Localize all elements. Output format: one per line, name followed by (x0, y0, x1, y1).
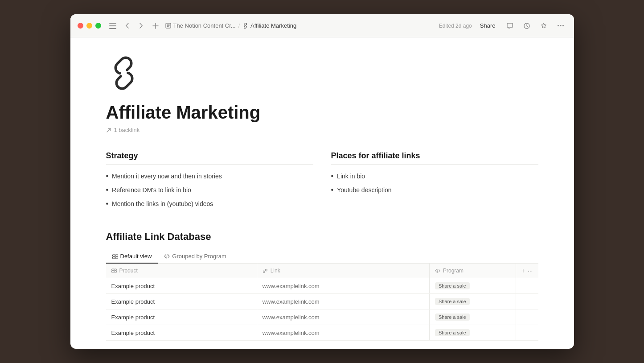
list-item: Reference DM's to link in bio (106, 186, 313, 195)
svg-rect-8 (112, 255, 115, 256)
svg-rect-0 (109, 23, 116, 24)
places-list: Link in bio Youtube description (331, 172, 538, 195)
share-button[interactable]: Share (476, 21, 499, 31)
cell-actions (516, 309, 538, 325)
th-actions: + ··· (516, 264, 538, 278)
svg-rect-13 (111, 271, 114, 273)
strategy-list: Mention it every now and then in stories… (106, 172, 313, 209)
table-row: Example product www.examplelink.com Shar… (106, 309, 538, 325)
cell-actions (516, 294, 538, 309)
list-item-text: Mention it every now and then in stories (112, 172, 222, 181)
list-item-text: Reference DM's to link in bio (112, 186, 191, 195)
cell-product: Example product (106, 294, 257, 309)
list-item: Link in bio (331, 172, 538, 181)
page-icon (165, 23, 171, 29)
svg-rect-15 (114, 271, 116, 273)
edited-label: Edited 2d ago (439, 23, 472, 29)
link-value: www.examplelink.com (263, 283, 320, 289)
link-value: www.examplelink.com (263, 298, 320, 305)
strategy-places-section: Strategy Mention it every now and then i… (106, 151, 538, 213)
cell-program: Share a sale (429, 278, 516, 294)
list-item-text: Youtube description (337, 186, 391, 195)
cell-product: Example product (106, 278, 257, 294)
backlink-icon (106, 128, 111, 133)
table-row: Example product www.examplelink.com Shar… (106, 325, 538, 341)
list-item: Youtube description (331, 186, 538, 195)
svg-rect-2 (109, 28, 116, 29)
cell-link: www.examplelink.com (257, 294, 429, 309)
sidebar-toggle-icon[interactable] (108, 21, 117, 30)
back-icon[interactable] (123, 21, 131, 30)
cell-program: Share a sale (429, 309, 516, 325)
comment-icon[interactable] (504, 20, 516, 32)
page-title: Affiliate Marketing (106, 102, 538, 123)
more-icon[interactable] (554, 20, 567, 32)
maximize-button[interactable] (95, 23, 101, 29)
cell-link: www.examplelink.com (257, 325, 429, 341)
th-product: Product (106, 264, 257, 278)
code-icon-th (435, 268, 440, 273)
cell-product: Example product (106, 325, 257, 341)
list-item-text: Mention the links in (youtube) videos (112, 199, 213, 209)
svg-rect-11 (115, 257, 118, 259)
th-program-label: Program (443, 268, 464, 274)
breadcrumb-current-item[interactable]: Affiliate Marketing (242, 22, 296, 29)
cell-actions (516, 278, 538, 294)
page-chain-icon (106, 55, 142, 91)
link-icon-breadcrumb (242, 23, 248, 29)
link-icon-th (263, 268, 268, 273)
table-row: Example product www.examplelink.com Shar… (106, 294, 538, 309)
cell-program: Share a sale (429, 325, 516, 341)
program-badge: Share a sale (435, 298, 470, 305)
list-item-text: Link in bio (337, 172, 365, 181)
list-item: Mention it every now and then in stories (106, 172, 313, 181)
favorite-icon[interactable] (537, 20, 550, 32)
more-columns-icon[interactable]: ··· (528, 267, 533, 274)
cell-product: Example product (106, 309, 257, 325)
forward-icon[interactable] (137, 21, 146, 30)
th-link: Link (257, 264, 429, 278)
breadcrumb-current-label: Affiliate Marketing (250, 22, 296, 29)
breadcrumb: The Notion Content Cr... / Affiliate Mar… (165, 22, 297, 29)
titlebar-actions: Edited 2d ago Share (439, 20, 567, 32)
view-tabs: Default view Grouped by Program (106, 250, 538, 264)
database-title: Affiliate Link Database (106, 231, 538, 243)
program-badge: Share a sale (435, 282, 470, 289)
svg-point-5 (558, 25, 559, 26)
cell-link: www.examplelink.com (257, 309, 429, 325)
th-product-label: Product (119, 268, 138, 274)
strategy-column: Strategy Mention it every now and then i… (106, 151, 313, 213)
svg-rect-1 (109, 25, 116, 26)
breadcrumb-parent-item[interactable]: The Notion Content Cr... (165, 22, 236, 29)
tab-grouped-view[interactable]: Grouped by Program (158, 250, 232, 264)
table-view-icon (112, 253, 118, 259)
svg-point-6 (560, 25, 561, 26)
titlebar: The Notion Content Cr... / Affiliate Mar… (70, 14, 574, 37)
th-program: Program (429, 264, 516, 278)
svg-rect-9 (112, 257, 115, 259)
program-badge: Share a sale (435, 329, 470, 336)
minimize-button[interactable] (86, 23, 92, 29)
add-column-icon[interactable]: + (521, 267, 525, 274)
tab-label: Default view (120, 253, 152, 260)
database-section: Affiliate Link Database Default view (106, 231, 538, 341)
table-row: Example product www.examplelink.com Shar… (106, 278, 538, 294)
code-view-icon (164, 253, 170, 259)
notion-window: The Notion Content Cr... / Affiliate Mar… (70, 14, 574, 349)
close-button[interactable] (78, 23, 83, 29)
backlink-row[interactable]: 1 backlink (106, 127, 538, 133)
svg-rect-14 (114, 269, 116, 271)
list-item: Mention the links in (youtube) videos (106, 199, 313, 209)
history-icon[interactable] (521, 20, 533, 32)
svg-point-7 (562, 25, 564, 26)
traffic-lights (78, 23, 101, 29)
tab-default-view[interactable]: Default view (106, 250, 158, 264)
breadcrumb-parent-label: The Notion Content Cr... (173, 22, 236, 29)
places-title: Places for affiliate links (331, 151, 538, 165)
backlink-label: 1 backlink (114, 127, 140, 133)
add-page-icon[interactable] (151, 21, 160, 30)
page-content: Affiliate Marketing 1 backlink Strategy … (70, 37, 574, 349)
link-value: www.examplelink.com (263, 330, 320, 336)
cell-program: Share a sale (429, 294, 516, 309)
svg-rect-12 (111, 269, 114, 271)
